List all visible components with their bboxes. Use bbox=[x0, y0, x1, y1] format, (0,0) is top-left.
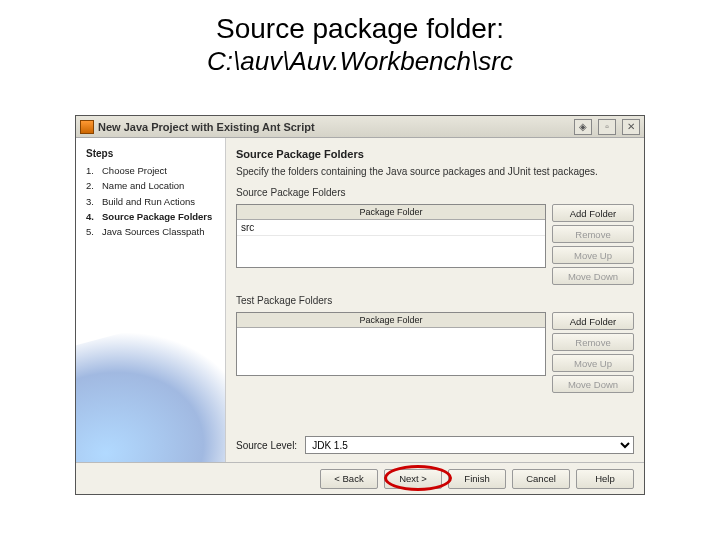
source-folders-col-header: Package Folder bbox=[237, 205, 545, 220]
dialog-title: New Java Project with Existing Ant Scrip… bbox=[98, 121, 570, 133]
add-source-folder-button[interactable]: Add Folder bbox=[552, 204, 634, 222]
source-folder-row[interactable]: src bbox=[237, 220, 545, 236]
cancel-button[interactable]: Cancel bbox=[512, 469, 570, 489]
step-item: 3.Build and Run Actions bbox=[86, 196, 215, 208]
source-folders-label: Source Package Folders bbox=[236, 187, 634, 198]
test-folders-label: Test Package Folders bbox=[236, 295, 634, 306]
steps-header: Steps bbox=[86, 148, 215, 159]
move-down-source-button[interactable]: Move Down bbox=[552, 267, 634, 285]
step-item: 1.Choose Project bbox=[86, 165, 215, 177]
main-description: Specify the folders containing the Java … bbox=[236, 166, 634, 177]
move-up-test-button[interactable]: Move Up bbox=[552, 354, 634, 372]
remove-test-folder-button[interactable]: Remove bbox=[552, 333, 634, 351]
test-folders-col-header: Package Folder bbox=[237, 313, 545, 328]
steps-panel: Steps 1.Choose Project 2.Name and Locati… bbox=[76, 138, 226, 462]
steps-list: 1.Choose Project 2.Name and Location 3.B… bbox=[86, 165, 215, 239]
wizard-dialog: New Java Project with Existing Ant Scrip… bbox=[75, 115, 645, 495]
step-item-active: 4.Source Package Folders bbox=[86, 211, 215, 223]
move-up-source-button[interactable]: Move Up bbox=[552, 246, 634, 264]
minimize-button[interactable]: ◈ bbox=[574, 119, 592, 135]
add-test-folder-button[interactable]: Add Folder bbox=[552, 312, 634, 330]
main-panel: Source Package Folders Specify the folde… bbox=[226, 138, 644, 462]
source-level-label: Source Level: bbox=[236, 440, 297, 451]
move-down-test-button[interactable]: Move Down bbox=[552, 375, 634, 393]
app-icon bbox=[80, 120, 94, 134]
remove-source-folder-button[interactable]: Remove bbox=[552, 225, 634, 243]
decorative-swoosh bbox=[76, 309, 226, 462]
titlebar: New Java Project with Existing Ant Scrip… bbox=[76, 116, 644, 138]
back-button[interactable]: < Back bbox=[320, 469, 378, 489]
source-level-select[interactable]: JDK 1.5 bbox=[305, 436, 634, 454]
step-item: 2.Name and Location bbox=[86, 180, 215, 192]
slide-title: Source package folder: bbox=[0, 0, 720, 46]
step-item: 5.Java Sources Classpath bbox=[86, 226, 215, 238]
test-folders-list[interactable]: Package Folder bbox=[236, 312, 546, 376]
close-button[interactable]: ✕ bbox=[622, 119, 640, 135]
maximize-button[interactable]: ▫ bbox=[598, 119, 616, 135]
slide-subtitle: C:\auv\Auv.Workbench\src bbox=[0, 46, 720, 87]
dialog-footer: < Back Next > Finish Cancel Help bbox=[76, 462, 644, 494]
source-folders-list[interactable]: Package Folder src bbox=[236, 204, 546, 268]
finish-button[interactable]: Finish bbox=[448, 469, 506, 489]
next-button[interactable]: Next > bbox=[384, 469, 442, 489]
help-button[interactable]: Help bbox=[576, 469, 634, 489]
main-heading: Source Package Folders bbox=[236, 148, 634, 160]
